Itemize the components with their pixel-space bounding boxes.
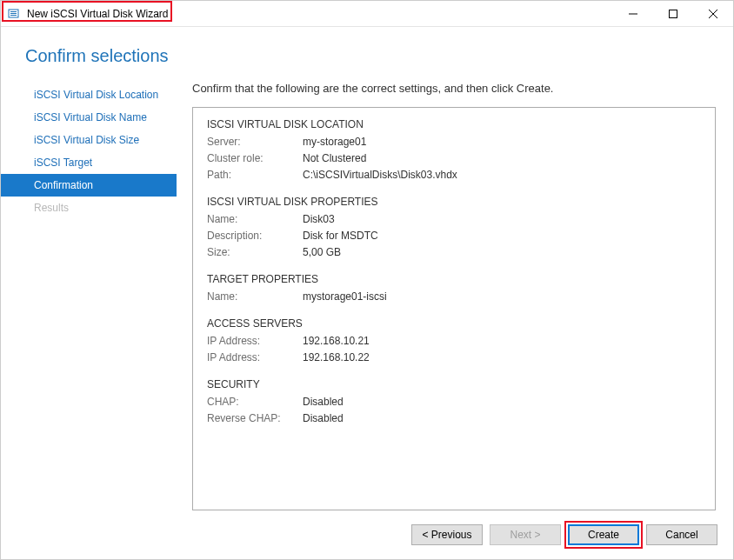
wizard-footer: < Previous Next > Create Cancel <box>1 510 733 559</box>
window-title: New iSCSI Virtual Disk Wizard <box>27 8 168 20</box>
section-access-header: ACCESS SERVERS <box>207 317 701 330</box>
nav-confirmation[interactable]: Confirmation <box>1 174 177 197</box>
close-button[interactable] <box>693 1 733 27</box>
cluster-role-label: Cluster role: <box>207 150 303 167</box>
description-value: Disk for MSDTC <box>303 228 378 244</box>
next-button: Next > <box>490 524 561 545</box>
minimize-button[interactable] <box>613 1 653 27</box>
size-label: Size: <box>207 244 303 261</box>
targetname-value: mystorage01-iscsi <box>303 289 387 305</box>
chap-label: CHAP: <box>207 394 303 410</box>
section-properties-header: ISCSI VIRTUAL DISK PROPERTIES <box>207 196 701 208</box>
path-label: Path: <box>207 167 303 183</box>
ip2-label: IP Address: <box>207 350 303 366</box>
instruction-text: Confirm that the following are the corre… <box>192 82 716 95</box>
chap-value: Disabled <box>303 394 344 410</box>
app-icon <box>8 7 22 21</box>
section-target-header: TARGET PROPERTIES <box>207 273 701 285</box>
cancel-button[interactable]: Cancel <box>646 524 717 545</box>
page-title: Confirm selections <box>1 27 733 82</box>
server-value: my-storage01 <box>303 134 366 150</box>
ip1-label: IP Address: <box>207 333 303 350</box>
section-location-header: ISCSI VIRTUAL DISK LOCATION <box>207 118 701 130</box>
targetname-label: Name: <box>207 289 303 305</box>
diskname-label: Name: <box>207 211 303 228</box>
nav-target[interactable]: iSCSI Target <box>1 151 177 174</box>
nav-size[interactable]: iSCSI Virtual Disk Size <box>1 129 177 151</box>
diskname-value: Disk03 <box>303 211 335 228</box>
rchap-label: Reverse CHAP: <box>207 410 303 427</box>
previous-button[interactable]: < Previous <box>411 524 483 545</box>
ip1-value: 192.168.10.21 <box>303 333 370 350</box>
cluster-role-value: Not Clustered <box>303 150 366 167</box>
nav-location[interactable]: iSCSI Virtual Disk Location <box>1 83 177 106</box>
svg-rect-1 <box>10 11 17 12</box>
svg-rect-3 <box>10 15 17 16</box>
wizard-nav: iSCSI Virtual Disk Location iSCSI Virtua… <box>1 82 177 510</box>
titlebar: New iSCSI Virtual Disk Wizard <box>1 1 733 27</box>
ip2-value: 192.168.10.22 <box>303 350 370 366</box>
rchap-value: Disabled <box>303 410 344 427</box>
nav-results: Results <box>1 197 177 219</box>
nav-name[interactable]: iSCSI Virtual Disk Name <box>1 106 177 129</box>
create-button[interactable]: Create <box>568 524 639 545</box>
description-label: Description: <box>207 228 303 244</box>
confirmation-details: ISCSI VIRTUAL DISK LOCATION Server:my-st… <box>192 107 716 510</box>
maximize-button[interactable] <box>653 1 693 27</box>
svg-rect-2 <box>10 13 17 14</box>
path-value: C:\iSCSIVirtualDisks\Disk03.vhdx <box>303 167 457 183</box>
section-security-header: SECURITY <box>207 378 701 390</box>
server-label: Server: <box>207 134 303 150</box>
size-value: 5,00 GB <box>303 244 341 261</box>
svg-rect-5 <box>670 10 677 18</box>
